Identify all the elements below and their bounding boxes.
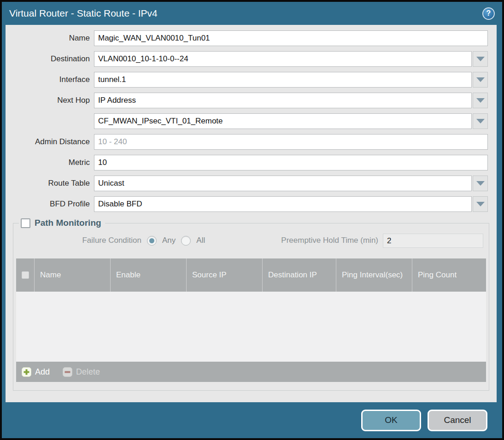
path-monitoring-title: Path Monitoring bbox=[35, 218, 101, 228]
ok-button[interactable]: OK bbox=[361, 410, 421, 431]
next-hop-dropdown-button[interactable] bbox=[473, 93, 488, 108]
add-button[interactable]: Add bbox=[22, 367, 50, 377]
chevron-down-icon bbox=[476, 98, 485, 103]
form-row-route-table: Route Table Unicast bbox=[6, 176, 488, 191]
failure-condition-all-radio[interactable] bbox=[181, 236, 191, 246]
name-input[interactable]: Magic_WAN_VLAN0010_Tun01 bbox=[94, 30, 488, 46]
table-body-empty bbox=[16, 292, 486, 362]
path-monitoring-table: Name Enable Source IP Destination IP Pin… bbox=[16, 258, 486, 382]
route-table-dropdown-button[interactable] bbox=[473, 176, 488, 191]
preemptive-hold-time-label: Preemptive Hold Time (min) bbox=[281, 236, 378, 245]
name-label: Name bbox=[6, 34, 94, 43]
failure-condition-any-label: Any bbox=[162, 236, 176, 245]
column-header-name[interactable]: Name bbox=[35, 258, 111, 292]
chevron-down-icon bbox=[476, 77, 485, 82]
column-header-source-ip[interactable]: Source IP bbox=[187, 258, 263, 292]
table-select-all-cell bbox=[16, 258, 35, 292]
chevron-down-icon bbox=[476, 119, 485, 123]
next-hop-address-input[interactable]: CF_MWAN_IPsec_VTI_01_Remote bbox=[94, 113, 472, 129]
interface-input[interactable]: tunnel.1 bbox=[94, 72, 472, 88]
static-route-dialog: Virtual Router - Static Route - IPv4 ? N… bbox=[2, 2, 502, 438]
form-row-next-hop: Next Hop IP Address bbox=[6, 93, 488, 108]
table-header-row: Name Enable Source IP Destination IP Pin… bbox=[16, 258, 486, 292]
preemptive-hold-time-input[interactable]: 2 bbox=[383, 234, 483, 248]
failure-condition-all-label: All bbox=[196, 236, 205, 245]
admin-distance-input[interactable]: 10 - 240 bbox=[94, 134, 488, 150]
destination-dropdown-button[interactable] bbox=[473, 51, 488, 67]
chevron-down-icon bbox=[476, 57, 485, 61]
bfd-profile-input[interactable]: Disable BFD bbox=[94, 196, 472, 212]
plus-icon bbox=[22, 367, 31, 377]
failure-condition-row: Failure Condition Any All Preemptive Hol… bbox=[16, 233, 483, 248]
dialog-footer: OK Cancel bbox=[2, 402, 502, 438]
column-header-ping-interval[interactable]: Ping Interval(sec) bbox=[336, 258, 412, 292]
form-row-name: Name Magic_WAN_VLAN0010_Tun01 bbox=[6, 30, 488, 46]
delete-button[interactable]: Delete bbox=[63, 367, 100, 377]
path-monitoring-checkbox[interactable] bbox=[21, 218, 30, 228]
chevron-down-icon bbox=[476, 202, 485, 206]
destination-label: Destination bbox=[6, 54, 94, 64]
form-row-metric: Metric 10 bbox=[6, 155, 488, 170]
form-row-next-hop-address: CF_MWAN_IPsec_VTI_01_Remote bbox=[6, 113, 488, 129]
form-row-destination: Destination VLAN0010_10-1-10-0--24 bbox=[6, 51, 488, 67]
form-row-interface: Interface tunnel.1 bbox=[6, 72, 488, 88]
interface-label: Interface bbox=[6, 75, 94, 84]
delete-button-label: Delete bbox=[76, 367, 100, 377]
bfd-profile-label: BFD Profile bbox=[6, 199, 94, 209]
next-hop-label: Next Hop bbox=[6, 96, 94, 105]
title-bar: Virtual Router - Static Route - IPv4 ? bbox=[2, 2, 502, 25]
bfd-profile-dropdown-button[interactable] bbox=[473, 196, 488, 212]
failure-condition-label: Failure Condition bbox=[16, 236, 141, 245]
column-header-enable[interactable]: Enable bbox=[111, 258, 187, 292]
metric-input[interactable]: 10 bbox=[94, 155, 488, 170]
route-table-input[interactable]: Unicast bbox=[94, 176, 472, 191]
next-hop-type-input[interactable]: IP Address bbox=[94, 93, 472, 108]
admin-distance-label: Admin Distance bbox=[6, 137, 94, 147]
chevron-down-icon bbox=[476, 181, 485, 186]
metric-label: Metric bbox=[6, 158, 94, 167]
minus-icon bbox=[63, 367, 72, 377]
interface-dropdown-button[interactable] bbox=[473, 72, 488, 88]
path-monitoring-legend: Path Monitoring bbox=[19, 218, 105, 228]
column-header-destination-ip[interactable]: Destination IP bbox=[263, 258, 336, 292]
help-icon[interactable]: ? bbox=[482, 7, 495, 20]
add-button-label: Add bbox=[35, 367, 50, 377]
failure-condition-any-radio[interactable] bbox=[147, 236, 157, 246]
column-header-ping-count[interactable]: Ping Count bbox=[412, 258, 486, 292]
destination-input[interactable]: VLAN0010_10-1-10-0--24 bbox=[94, 51, 472, 67]
cancel-button[interactable]: Cancel bbox=[428, 410, 487, 431]
dialog-title: Virtual Router - Static Route - IPv4 bbox=[9, 8, 158, 19]
path-monitoring-section: Path Monitoring Failure Condition Any Al… bbox=[13, 218, 489, 391]
dialog-content: Name Magic_WAN_VLAN0010_Tun01 Destinatio… bbox=[6, 25, 497, 402]
next-hop-address-dropdown-button[interactable] bbox=[473, 113, 488, 129]
form-row-admin-distance: Admin Distance 10 - 240 bbox=[6, 134, 488, 150]
table-footer: Add Delete bbox=[16, 362, 486, 382]
route-table-label: Route Table bbox=[6, 179, 94, 188]
select-all-checkbox[interactable] bbox=[22, 271, 29, 279]
form-row-bfd-profile: BFD Profile Disable BFD bbox=[6, 196, 488, 212]
